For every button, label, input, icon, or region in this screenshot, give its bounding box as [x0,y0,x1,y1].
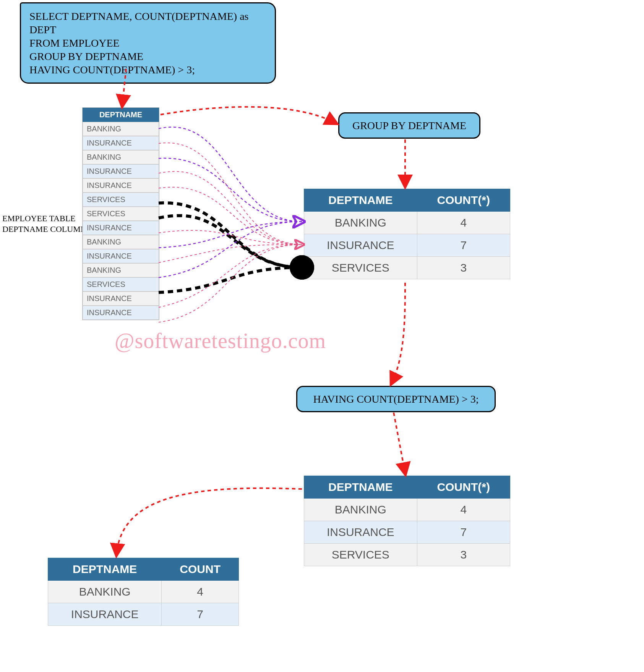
row-connector-insurance [159,187,302,245]
table-cell: 4 [417,499,510,521]
row-connector-insurance [159,245,302,322]
having-label: HAVING COUNT(DEPTNAME) > 3; [313,393,479,405]
table-cell: 4 [162,581,239,603]
row-connector-insurance [159,172,302,245]
side-label-line2: DEPTNAME COLUMN [2,224,87,235]
row-to-group-lines [159,127,302,322]
table-row: BANKING4 [48,581,239,603]
table-cell: 7 [162,603,239,626]
deptname-column-table: DEPTNAME BANKINGINSURANCEBANKINGINSURANC… [82,107,159,320]
deptname-cell: BANKING [83,122,159,136]
row-connector-services [159,215,302,267]
grouped-header-deptname: DEPTNAME [304,189,417,212]
deptname-cell: BANKING [83,235,159,249]
deptname-cell: SERVICES [83,207,159,221]
watermark-text: @softwaretestingo.com [115,329,326,353]
row-connector-insurance [159,245,302,308]
row-connector-banking [159,222,302,278]
side-label-line1: EMPLOYEE TABLE [2,213,87,224]
row-connector-insurance [159,245,302,263]
having-input-table: DEPTNAME COUNT(*) BANKING4INSURANCE7SERV… [304,476,510,566]
sql-line-4: HAVING COUNT(DEPTNAME) > 3; [29,63,266,76]
deptname-cell: SERVICES [83,277,159,291]
deptname-cell: BANKING [83,150,159,164]
table-cell: INSURANCE [304,521,417,544]
table-cell: SERVICES [304,544,417,566]
deptname-cell: INSURANCE [83,291,159,306]
diagram-stage: SELECT DEPTNAME, COUNT(DEPTNAME) as DEPT… [0,0,644,672]
final-header-count: COUNT [162,558,239,581]
deptname-cell: INSURANCE [83,249,159,263]
deptname-cell: INSURANCE [83,136,159,150]
table-cell: BANKING [48,581,162,603]
deptname-cell: INSURANCE [83,221,159,235]
sql-query-box: SELECT DEPTNAME, COUNT(DEPTNAME) as DEPT… [20,2,276,84]
table-cell: 7 [417,521,510,544]
table-row: SERVICES3 [304,257,510,279]
sql-line-1: SELECT DEPTNAME, COUNT(DEPTNAME) as DEPT [29,10,266,36]
final-result-table: DEPTNAME COUNT BANKING4INSURANCE7 [48,558,239,626]
table-row: BANKING4 [304,212,510,234]
row-connector-services [159,267,302,293]
arrow-column-to-groupby [161,107,336,123]
sql-line-2: FROM EMPLOYEE [29,36,266,50]
having-header-count: COUNT(*) [417,476,510,499]
table-cell: 7 [417,234,510,257]
group-by-label: GROUP BY DEPTNAME [352,120,466,131]
row-connector-banking [159,158,302,222]
row-connector-banking [159,127,302,222]
arrow-having-to-havingtable [394,413,405,473]
arrow-grouped-to-having [392,283,405,383]
deptname-cell: INSURANCE [83,178,159,193]
having-box: HAVING COUNT(DEPTNAME) > 3; [296,386,496,412]
row-connector-banking [159,222,302,248]
grouped-result-table: DEPTNAME COUNT(*) BANKING4INSURANCE7SERV… [304,189,510,279]
row-connector-insurance [159,230,302,245]
group-by-box: GROUP BY DEPTNAME [338,112,480,139]
table-cell: INSURANCE [304,234,417,257]
table-cell: SERVICES [304,257,417,279]
deptname-cell: BANKING [83,263,159,277]
table-row: INSURANCE7 [48,603,239,626]
table-row: BANKING4 [304,499,510,521]
table-row: INSURANCE7 [304,521,510,544]
deptname-header: DEPTNAME [83,108,159,122]
row-connector-insurance [159,143,302,245]
deptname-cell: INSURANCE [83,306,159,320]
arrow-havingtable-to-final [117,488,302,554]
table-cell: INSURANCE [48,603,162,626]
table-cell: 4 [417,212,510,234]
deptname-cell: INSURANCE [83,164,159,178]
table-cell: 3 [417,544,510,566]
final-header-deptname: DEPTNAME [48,558,162,581]
table-cell: 3 [417,257,510,279]
row-connector-services [159,203,302,267]
table-row: SERVICES3 [304,544,510,566]
grouped-header-count: COUNT(*) [417,189,510,212]
table-cell: BANKING [304,212,417,234]
table-row: INSURANCE7 [304,234,510,257]
deptname-cell: SERVICES [83,193,159,207]
having-header-deptname: DEPTNAME [304,476,417,499]
table-cell: BANKING [304,499,417,521]
employee-table-label: EMPLOYEE TABLE DEPTNAME COLUMN [2,213,87,234]
sql-line-3: GROUP BY DEPTNAME [29,50,266,63]
